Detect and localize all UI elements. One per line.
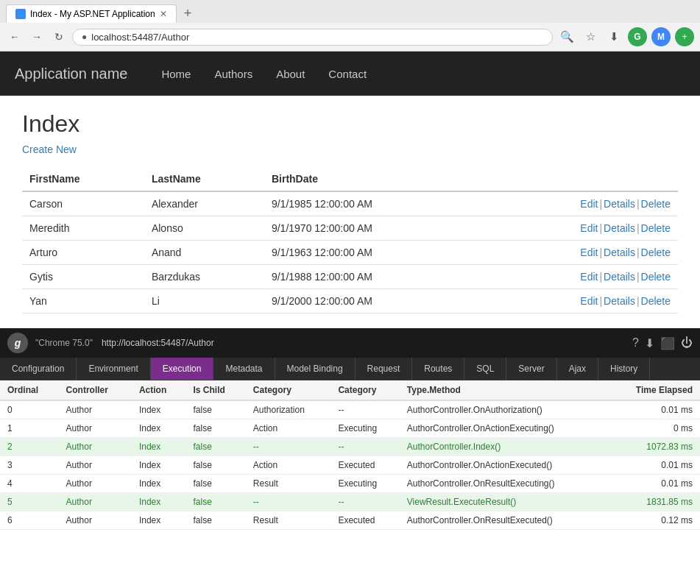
glimpse-tab-metadata[interactable]: Metadata xyxy=(213,358,275,380)
nav-home[interactable]: Home xyxy=(149,62,202,86)
edit-link[interactable]: Edit xyxy=(580,198,598,210)
glimpse-tab-ajax[interactable]: Ajax xyxy=(557,358,598,380)
glimpse-tab-routes[interactable]: Routes xyxy=(412,358,464,380)
glimpse-tab-request[interactable]: Request xyxy=(356,358,413,380)
cell-controller: Author xyxy=(59,419,132,438)
glimpse-tab-sql[interactable]: SQL xyxy=(464,358,506,380)
search-icon[interactable]: 🔍 xyxy=(557,27,576,46)
glimpse-tabs: ConfigurationEnvironmentExecutionMetadat… xyxy=(0,358,700,380)
address-bar[interactable]: ● localhost:54487/Author xyxy=(72,29,553,46)
cell-ordinal: 4 xyxy=(0,475,59,493)
cell-ischild: false xyxy=(186,400,246,419)
glimpse-expand-icon[interactable]: ⬛ xyxy=(660,336,675,350)
cell-time: 0 ms xyxy=(608,419,700,438)
details-link[interactable]: Details xyxy=(604,295,635,307)
cell-ordinal: 2 xyxy=(0,438,59,456)
cell-cat2: -- xyxy=(330,438,399,456)
cell-birthdate: 9/1/1985 12:00:00 AM xyxy=(264,191,481,216)
cell-firstname: Meredith xyxy=(22,216,144,241)
delete-link[interactable]: Delete xyxy=(641,198,671,210)
main-content: Index Create New FirstName LastName Birt… xyxy=(0,96,700,328)
details-link[interactable]: Details xyxy=(604,198,635,210)
download-icon[interactable]: ⬇ xyxy=(604,27,623,46)
address-text: localhost:54487/Author xyxy=(91,32,543,43)
cell-cat1: Action xyxy=(246,419,331,438)
create-new-link[interactable]: Create New xyxy=(22,144,77,155)
glimpse-power-icon[interactable]: ⏻ xyxy=(681,336,693,350)
cell-lastname: Anand xyxy=(144,241,264,265)
cell-cat1: Authorization xyxy=(246,400,331,419)
reload-button[interactable]: ↻ xyxy=(50,28,68,46)
g-extension-icon[interactable]: G xyxy=(628,27,647,46)
cell-cat2: Executed xyxy=(330,456,399,475)
cell-controller: Author xyxy=(59,456,132,475)
cell-time: 0.01 ms xyxy=(608,456,700,475)
table-row: Arturo Anand 9/1/1963 12:00:00 AM Edit|D… xyxy=(22,241,678,265)
execution-row: 4 Author Index false Result Executing Au… xyxy=(0,475,700,493)
glimpse-tab-configuration[interactable]: Configuration xyxy=(0,358,77,380)
nav-contact[interactable]: Contact xyxy=(317,62,378,86)
details-link[interactable]: Details xyxy=(604,222,635,234)
details-link[interactable]: Details xyxy=(604,247,635,258)
m-extension-icon[interactable]: M xyxy=(651,27,671,46)
glimpse-tab-environment[interactable]: Environment xyxy=(77,358,150,380)
cell-lastname: Alexander xyxy=(144,191,264,216)
glimpse-toolbar-icons: ? ⬇ ⬛ ⏻ xyxy=(632,336,693,350)
cell-cat2: Executing xyxy=(330,475,399,493)
tab-bar: 🌐 Index - My ASP.NET Application ✕ + xyxy=(0,0,700,23)
table-row: Carson Alexander 9/1/1985 12:00:00 AM Ed… xyxy=(22,191,678,216)
edit-link[interactable]: Edit xyxy=(580,295,598,307)
new-tab-button[interactable]: + xyxy=(180,6,197,21)
delete-link[interactable]: Delete xyxy=(641,295,671,307)
col-category2: Category xyxy=(330,380,399,400)
cell-cat1: Action xyxy=(246,456,331,475)
cell-birthdate: 9/1/1963 12:00:00 AM xyxy=(264,241,481,265)
col-firstname: FirstName xyxy=(22,167,144,191)
cell-ischild: false xyxy=(186,419,246,438)
glimpse-help-icon[interactable]: ? xyxy=(632,336,639,350)
execution-row: 0 Author Index false Authorization -- Au… xyxy=(0,400,700,419)
glimpse-download-icon[interactable]: ⬇ xyxy=(645,336,654,350)
col-time-elapsed: Time Elapsed xyxy=(608,380,700,400)
app-nav: Home Authors About Contact xyxy=(149,62,378,86)
cell-typemethod: AuthorController.OnActionExecuted() xyxy=(400,456,608,475)
ext-icon[interactable]: + xyxy=(675,27,694,46)
lock-icon: ● xyxy=(82,32,87,42)
cell-time: 0.01 ms xyxy=(608,400,700,419)
glimpse-content: Ordinal Controller Action Is Child Categ… xyxy=(0,380,700,530)
cell-ischild: false xyxy=(186,456,246,475)
cell-controller: Author xyxy=(59,475,132,493)
forward-button[interactable]: → xyxy=(28,28,46,46)
cell-cat2: -- xyxy=(330,493,399,511)
cell-lastname: Barzdukas xyxy=(144,265,264,289)
back-button[interactable]: ← xyxy=(6,28,24,46)
delete-link[interactable]: Delete xyxy=(641,271,671,283)
glimpse-tab-execution[interactable]: Execution xyxy=(151,358,214,380)
cell-ordinal: 0 xyxy=(0,400,59,419)
glimpse-tab-model-binding[interactable]: Model Binding xyxy=(275,358,356,380)
cell-action: Index xyxy=(132,438,186,456)
nav-about[interactable]: About xyxy=(264,62,317,86)
cell-cat1: Result xyxy=(246,511,331,530)
cell-firstname: Arturo xyxy=(22,241,144,265)
glimpse-tab-history[interactable]: History xyxy=(598,358,650,380)
col-birthdate: BirthDate xyxy=(264,167,481,191)
delete-link[interactable]: Delete xyxy=(641,222,671,234)
nav-authors[interactable]: Authors xyxy=(202,62,264,86)
glimpse-tab-server[interactable]: Server xyxy=(506,358,556,380)
edit-link[interactable]: Edit xyxy=(580,271,598,283)
cell-typemethod: AuthorController.Index() xyxy=(400,438,608,456)
browser-chrome: 🌐 Index - My ASP.NET Application ✕ + ← →… xyxy=(0,0,700,52)
edit-link[interactable]: Edit xyxy=(580,247,598,258)
bookmark-icon[interactable]: ☆ xyxy=(581,27,600,46)
col-lastname: LastName xyxy=(144,167,264,191)
details-link[interactable]: Details xyxy=(604,271,635,283)
delete-link[interactable]: Delete xyxy=(641,247,671,258)
edit-link[interactable]: Edit xyxy=(580,222,598,234)
active-tab[interactable]: 🌐 Index - My ASP.NET Application ✕ xyxy=(6,4,177,23)
table-row: Gytis Barzdukas 9/1/1988 12:00:00 AM Edi… xyxy=(22,265,678,289)
app-navbar: Application name Home Authors About Cont… xyxy=(0,52,700,96)
nav-bar: ← → ↻ ● localhost:54487/Author 🔍 ☆ ⬇ G M… xyxy=(0,23,700,51)
tab-close-button[interactable]: ✕ xyxy=(160,9,167,19)
glimpse-url: http://localhost:54487/Author xyxy=(102,338,632,348)
